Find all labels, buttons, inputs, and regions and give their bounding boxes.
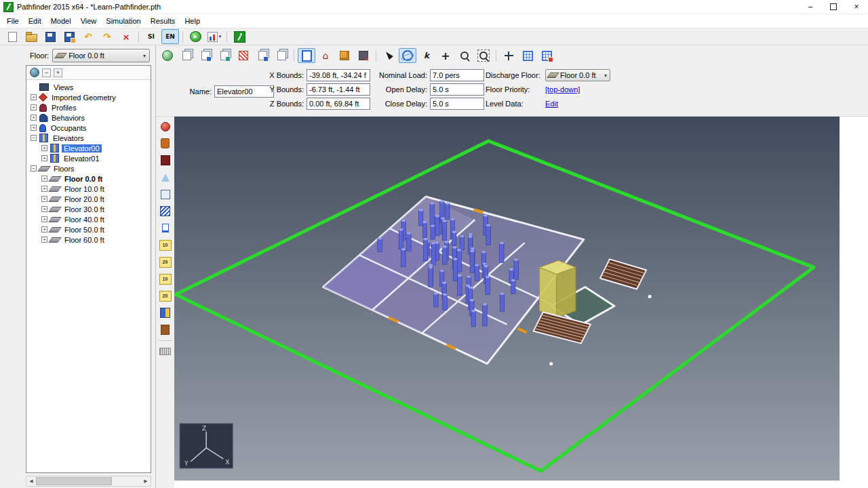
pathfinder-results-button[interactable]: [231, 29, 248, 44]
x-bounds-input[interactable]: [307, 69, 370, 81]
draw-obstruction-button[interactable]: [336, 48, 353, 63]
tree-item-elevator01[interactable]: +Elevator01: [26, 153, 151, 163]
add-ramp-20-button[interactable]: 20: [157, 288, 174, 304]
draw-walls-button[interactable]: [298, 48, 315, 63]
tree-expander-icon[interactable]: −: [31, 165, 37, 171]
tree-item-views[interactable]: Views: [26, 82, 151, 92]
tree-expander-icon[interactable]: +: [41, 237, 47, 243]
add-cone-button[interactable]: [157, 169, 174, 185]
tree-filter-icon[interactable]: [30, 68, 39, 77]
center-view-button[interactable]: [500, 48, 517, 63]
group-button[interactable]: [254, 48, 271, 63]
zoom-tool-button[interactable]: [456, 48, 473, 63]
tree-expander-icon[interactable]: +: [41, 216, 47, 222]
menu-simulation[interactable]: Simulation: [101, 16, 145, 26]
discharge-floor-dropdown[interactable]: Floor 0.0 ft ▾: [545, 69, 610, 81]
tree-expander-icon[interactable]: +: [31, 94, 37, 100]
tree-item-elevators[interactable]: −Elevators: [26, 133, 151, 143]
floor-priority-link[interactable]: [top-down]: [545, 85, 580, 94]
maximize-button[interactable]: [822, 0, 845, 14]
add-door-button[interactable]: [157, 220, 174, 236]
add-obstruction-button[interactable]: [157, 186, 174, 202]
en-units-button[interactable]: EN: [161, 29, 179, 44]
tree-expander-icon[interactable]: +: [41, 176, 47, 182]
zoom-box-tool-button[interactable]: [475, 48, 492, 63]
scrollbar-track[interactable]: [36, 476, 141, 486]
tree-item-floors[interactable]: −Floors: [26, 163, 151, 174]
paste-special-button[interactable]: [235, 48, 252, 63]
tree-horizontal-scrollbar[interactable]: ◀ ▶: [26, 476, 151, 487]
tree-item-floor-50-0-ft[interactable]: +Floor 50.0 ft: [26, 224, 151, 235]
tree-item-floor-0-0-ft[interactable]: +Floor 0.0 ft: [26, 174, 151, 184]
save-file-button[interactable]: [41, 29, 59, 44]
add-elevator-button[interactable]: [157, 305, 174, 321]
tree-expander-icon[interactable]: +: [31, 104, 37, 110]
tree-item-behaviors[interactable]: +Behaviors: [26, 113, 151, 123]
orientation-gizmo[interactable]: ZYX: [180, 424, 233, 468]
tree-expander-icon[interactable]: +: [41, 155, 47, 161]
save-as-button[interactable]: [60, 29, 78, 44]
import-geometry-button[interactable]: [355, 48, 372, 63]
add-waypoint-button[interactable]: [157, 119, 174, 134]
level-data-edit-link[interactable]: Edit: [545, 100, 558, 108]
undo-button[interactable]: ↶: [79, 29, 97, 44]
tree-expander-icon[interactable]: +: [41, 145, 47, 151]
menu-view[interactable]: View: [76, 16, 102, 26]
si-units-button[interactable]: SI: [142, 29, 160, 44]
tree-expander-icon[interactable]: +: [31, 125, 37, 131]
close-delay-input[interactable]: [430, 98, 484, 110]
redo-button[interactable]: ↷: [98, 29, 116, 44]
tree-item-imported-geometry[interactable]: +Imported Geometry: [26, 92, 151, 102]
open-delay-input[interactable]: [430, 83, 484, 96]
menu-edit[interactable]: Edit: [24, 16, 46, 26]
reset-view-button[interactable]: [159, 48, 176, 63]
scroll-right-button[interactable]: ▶: [141, 476, 151, 486]
tree-expander-icon[interactable]: +: [31, 115, 37, 121]
collapse-all-button[interactable]: −: [42, 68, 51, 77]
scrollbar-thumb[interactable]: [36, 477, 112, 485]
minimize-button[interactable]: –: [799, 0, 822, 14]
add-occupant-group-button[interactable]: [157, 152, 174, 168]
floor-selector-dropdown[interactable]: Floor 0.0 ft ▾: [52, 49, 150, 62]
tree-item-floor-20-0-ft[interactable]: +Floor 20.0 ft: [26, 194, 151, 204]
show-results-button[interactable]: ▾: [205, 29, 223, 44]
tree-expander-icon[interactable]: +: [41, 206, 47, 212]
add-stairs-button[interactable]: [157, 203, 174, 219]
new-file-button[interactable]: [3, 29, 21, 44]
tree-expander-icon[interactable]: +: [41, 196, 47, 202]
tree-item-occupants[interactable]: +Occupants: [26, 123, 151, 133]
select-tool-button[interactable]: [380, 48, 397, 63]
nominal-load-input[interactable]: [430, 69, 484, 81]
run-simulation-button[interactable]: ▶: [186, 29, 204, 44]
tree-item-floor-10-0-ft[interactable]: +Floor 10.0 ft: [26, 184, 151, 194]
scroll-left-button[interactable]: ◀: [26, 476, 36, 486]
duplicate-button[interactable]: [216, 48, 233, 63]
paste-button[interactable]: [197, 48, 214, 63]
tree-item-floor-60-0-ft[interactable]: +Floor 60.0 ft: [26, 235, 151, 245]
3d-scene-canvas[interactable]: ZYX: [174, 117, 840, 481]
ungroup-button[interactable]: [273, 48, 290, 63]
draw-rooms-button[interactable]: ⌂: [317, 48, 334, 63]
open-file-button[interactable]: [22, 29, 40, 44]
copy-button[interactable]: [178, 48, 195, 63]
menu-results[interactable]: Results: [146, 16, 180, 26]
tree-expander-icon[interactable]: +: [41, 226, 47, 232]
add-room-button[interactable]: [157, 136, 174, 151]
z-bounds-input[interactable]: [307, 98, 370, 110]
3d-viewport[interactable]: ZYX: [174, 117, 840, 481]
pan-tool-button[interactable]: +: [437, 48, 454, 63]
delete-button[interactable]: ×: [117, 29, 135, 44]
tree-item-elevator00[interactable]: +Elevator00: [26, 143, 151, 153]
tree-expander-icon[interactable]: +: [41, 186, 47, 192]
menu-model[interactable]: Model: [46, 16, 76, 26]
menu-file[interactable]: File: [2, 16, 24, 26]
snap-grid-button[interactable]: [519, 48, 536, 63]
expand-all-button[interactable]: +: [54, 68, 62, 77]
add-ramp-10-button[interactable]: 10: [157, 271, 174, 287]
tree-item-profiles[interactable]: +Profiles: [26, 102, 151, 113]
tree-item-floor-30-0-ft[interactable]: +Floor 30.0 ft: [26, 204, 151, 214]
orbit-tool-button[interactable]: [399, 48, 416, 63]
menu-help[interactable]: Help: [180, 16, 205, 26]
y-bounds-input[interactable]: [307, 83, 370, 96]
tree-expander-icon[interactable]: −: [31, 135, 37, 141]
